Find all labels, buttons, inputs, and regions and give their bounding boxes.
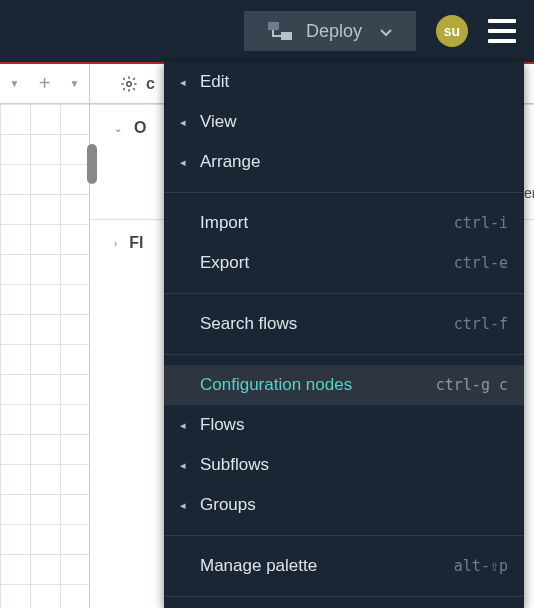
menu-shortcut: ctrl-g c — [436, 376, 508, 394]
menu-item-groups[interactable]: ◂ Groups — [164, 485, 524, 525]
avatar-initials: su — [444, 23, 460, 39]
menu-separator — [164, 293, 524, 294]
scrollbar-thumb[interactable] — [87, 144, 97, 184]
svg-point-2 — [127, 81, 132, 86]
menu-separator — [164, 192, 524, 193]
menu-separator — [164, 354, 524, 355]
menu-item-view[interactable]: ◂ View — [164, 102, 524, 142]
app-header: Deploy su — [0, 0, 534, 62]
menu-item-import[interactable]: Import ctrl-i — [164, 203, 524, 243]
menu-label: Subflows — [200, 455, 508, 475]
menu-label: Groups — [200, 495, 508, 515]
menu-item-search-flows[interactable]: Search flows ctrl-f — [164, 304, 524, 344]
hamburger-icon[interactable] — [488, 19, 516, 43]
menu-separator — [164, 596, 524, 597]
menu-item-export[interactable]: Export ctrl-e — [164, 243, 524, 283]
caret-left-icon: ◂ — [180, 459, 200, 472]
svg-rect-0 — [268, 22, 279, 30]
menu-separator — [164, 535, 524, 536]
menu-label: Edit — [200, 72, 508, 92]
menu-label: Manage palette — [200, 556, 454, 576]
deploy-icon — [268, 22, 292, 40]
chevron-down-icon: ⌄ — [114, 123, 122, 134]
caret-left-icon: ◂ — [180, 419, 200, 432]
menu-item-flows[interactable]: ◂ Flows — [164, 405, 524, 445]
menu-label: Arrange — [200, 152, 508, 172]
menu-item-configuration-nodes[interactable]: Configuration nodes ctrl-g c — [164, 365, 524, 405]
caret-down-icon[interactable]: ▼ — [69, 78, 79, 89]
config-label-fragment: c — [146, 75, 155, 93]
chevron-right-icon: › — [114, 238, 117, 249]
menu-item-subflows[interactable]: ◂ Subflows — [164, 445, 524, 485]
menu-label: View — [200, 112, 508, 132]
caret-left-icon: ◂ — [180, 76, 200, 89]
caret-left-icon: ◂ — [180, 499, 200, 512]
caret-left-icon: ◂ — [180, 116, 200, 129]
deploy-label: Deploy — [306, 21, 362, 42]
section-label-fragment: O — [134, 119, 146, 137]
menu-item-manage-palette[interactable]: Manage palette alt-⇧p — [164, 546, 524, 586]
caret-left-icon: ◂ — [180, 156, 200, 169]
section-label-fragment: Fl — [129, 234, 143, 252]
menu-label: Configuration nodes — [200, 375, 436, 395]
menu-shortcut: ctrl-e — [454, 254, 508, 272]
tabs-toolbar: ▼ + ▼ — [0, 64, 90, 104]
flow-canvas[interactable] — [0, 104, 90, 608]
caret-down-icon[interactable]: ▼ — [10, 78, 20, 89]
menu-shortcut: alt-⇧p — [454, 557, 508, 575]
avatar[interactable]: su — [436, 15, 468, 47]
plus-icon[interactable]: + — [39, 72, 51, 95]
caret-down-icon — [380, 21, 392, 42]
menu-label: Export — [200, 253, 454, 273]
menu-label: Import — [200, 213, 454, 233]
menu-item-arrange[interactable]: ◂ Arrange — [164, 142, 524, 182]
text-fragment: er — [524, 185, 534, 201]
menu-label: Flows — [200, 415, 508, 435]
menu-label: Search flows — [200, 314, 454, 334]
menu-shortcut: ctrl-i — [454, 214, 508, 232]
deploy-button[interactable]: Deploy — [244, 11, 416, 51]
svg-rect-1 — [281, 32, 292, 40]
main-menu: ◂ Edit ◂ View ◂ Arrange Import ctrl-i Ex… — [164, 62, 524, 608]
menu-item-edit[interactable]: ◂ Edit — [164, 62, 524, 102]
gear-icon — [120, 75, 138, 93]
menu-shortcut: ctrl-f — [454, 315, 508, 333]
